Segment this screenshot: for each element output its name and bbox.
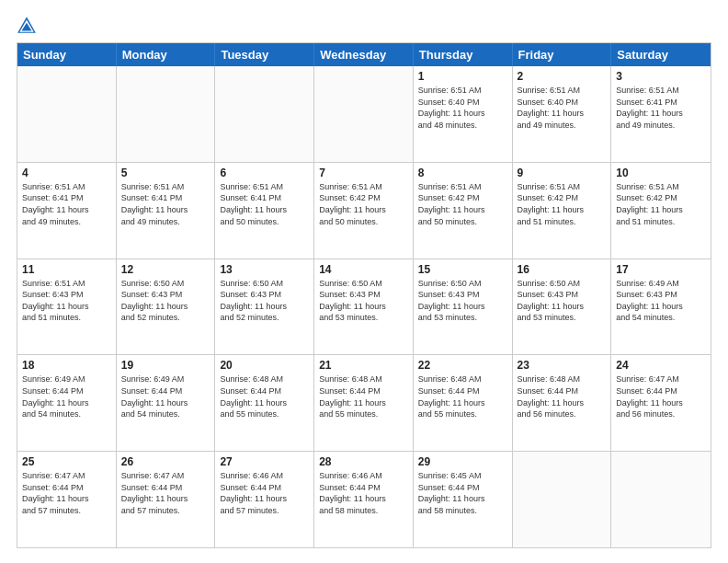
day-number: 28	[319, 455, 408, 468]
cell-info: Sunrise: 6:51 AM Sunset: 6:41 PM Dayligh…	[121, 181, 210, 227]
cell-info: Sunrise: 6:51 AM Sunset: 6:42 PM Dayligh…	[518, 181, 607, 227]
calendar-cell: 9Sunrise: 6:51 AM Sunset: 6:42 PM Daylig…	[513, 163, 612, 259]
calendar-cell: 10Sunrise: 6:51 AM Sunset: 6:42 PM Dayli…	[611, 163, 711, 259]
day-number: 13	[220, 263, 309, 276]
day-number: 20	[220, 359, 309, 372]
day-number: 9	[518, 167, 607, 179]
calendar-cell	[314, 66, 414, 162]
cell-info: Sunrise: 6:51 AM Sunset: 6:42 PM Dayligh…	[418, 181, 507, 227]
day-number: 2	[518, 70, 607, 83]
cell-info: Sunrise: 6:50 AM Sunset: 6:43 PM Dayligh…	[121, 278, 210, 324]
cell-info: Sunrise: 6:49 AM Sunset: 6:44 PM Dayligh…	[22, 373, 111, 419]
day-number: 29	[418, 455, 507, 468]
calendar-cell: 28Sunrise: 6:46 AM Sunset: 6:44 PM Dayli…	[314, 452, 414, 547]
calendar-cell: 15Sunrise: 6:50 AM Sunset: 6:43 PM Dayli…	[414, 259, 513, 355]
calendar-row: 25Sunrise: 6:47 AM Sunset: 6:44 PM Dayli…	[17, 452, 711, 547]
calendar-cell: 14Sunrise: 6:50 AM Sunset: 6:43 PM Dayli…	[314, 259, 414, 355]
calendar-cell: 2Sunrise: 6:51 AM Sunset: 6:40 PM Daylig…	[513, 66, 612, 162]
calendar-cell: 24Sunrise: 6:47 AM Sunset: 6:44 PM Dayli…	[611, 355, 711, 451]
calendar-header-cell: Saturday	[611, 43, 711, 66]
cell-info: Sunrise: 6:48 AM Sunset: 6:44 PM Dayligh…	[319, 373, 408, 419]
cell-info: Sunrise: 6:51 AM Sunset: 6:41 PM Dayligh…	[220, 181, 309, 227]
day-number: 25	[22, 455, 111, 468]
calendar-header-cell: Thursday	[414, 43, 513, 66]
day-number: 24	[616, 359, 706, 372]
day-number: 27	[220, 455, 309, 468]
calendar-cell: 20Sunrise: 6:48 AM Sunset: 6:44 PM Dayli…	[215, 355, 314, 451]
cell-info: Sunrise: 6:51 AM Sunset: 6:42 PM Dayligh…	[616, 181, 706, 227]
cell-info: Sunrise: 6:50 AM Sunset: 6:43 PM Dayligh…	[418, 278, 507, 324]
calendar-header-cell: Monday	[117, 43, 216, 66]
cell-info: Sunrise: 6:48 AM Sunset: 6:44 PM Dayligh…	[518, 373, 607, 419]
day-number: 6	[220, 167, 309, 179]
day-number: 7	[319, 167, 408, 179]
calendar-cell: 21Sunrise: 6:48 AM Sunset: 6:44 PM Dayli…	[314, 355, 414, 451]
day-number: 4	[22, 167, 111, 179]
day-number: 22	[418, 359, 507, 372]
day-number: 16	[518, 263, 607, 276]
cell-info: Sunrise: 6:51 AM Sunset: 6:40 PM Dayligh…	[518, 85, 607, 131]
day-number: 19	[121, 359, 210, 372]
calendar-cell: 5Sunrise: 6:51 AM Sunset: 6:41 PM Daylig…	[117, 163, 216, 259]
calendar-cell: 8Sunrise: 6:51 AM Sunset: 6:42 PM Daylig…	[414, 163, 513, 259]
page: SundayMondayTuesdayWednesdayThursdayFrid…	[0, 0, 728, 563]
day-number: 3	[616, 70, 706, 83]
calendar-header-cell: Friday	[513, 43, 612, 66]
cell-info: Sunrise: 6:47 AM Sunset: 6:44 PM Dayligh…	[121, 470, 210, 516]
day-number: 14	[319, 263, 408, 276]
calendar-cell: 29Sunrise: 6:45 AM Sunset: 6:44 PM Dayli…	[414, 452, 513, 547]
calendar-cell: 17Sunrise: 6:49 AM Sunset: 6:43 PM Dayli…	[611, 259, 711, 355]
cell-info: Sunrise: 6:46 AM Sunset: 6:44 PM Dayligh…	[319, 470, 408, 516]
calendar-cell	[513, 452, 612, 547]
header	[17, 15, 711, 35]
logo	[17, 15, 39, 35]
day-number: 10	[616, 167, 706, 179]
day-number: 17	[616, 263, 706, 276]
cell-info: Sunrise: 6:51 AM Sunset: 6:41 PM Dayligh…	[22, 181, 111, 227]
calendar-cell	[611, 452, 711, 547]
cell-info: Sunrise: 6:47 AM Sunset: 6:44 PM Dayligh…	[22, 470, 111, 516]
calendar-header-cell: Sunday	[17, 43, 117, 66]
calendar-cell: 7Sunrise: 6:51 AM Sunset: 6:42 PM Daylig…	[314, 163, 414, 259]
calendar-header-cell: Wednesday	[314, 43, 414, 66]
calendar-cell: 16Sunrise: 6:50 AM Sunset: 6:43 PM Dayli…	[513, 259, 612, 355]
calendar-body: 1Sunrise: 6:51 AM Sunset: 6:40 PM Daylig…	[17, 66, 711, 547]
day-number: 5	[121, 167, 210, 179]
cell-info: Sunrise: 6:48 AM Sunset: 6:44 PM Dayligh…	[220, 373, 309, 419]
day-number: 26	[121, 455, 210, 468]
calendar-row: 18Sunrise: 6:49 AM Sunset: 6:44 PM Dayli…	[17, 355, 711, 452]
day-number: 21	[319, 359, 408, 372]
calendar-row: 4Sunrise: 6:51 AM Sunset: 6:41 PM Daylig…	[17, 163, 711, 259]
calendar-cell: 3Sunrise: 6:51 AM Sunset: 6:41 PM Daylig…	[611, 66, 711, 162]
logo-icon	[17, 15, 37, 35]
cell-info: Sunrise: 6:51 AM Sunset: 6:41 PM Dayligh…	[616, 85, 706, 131]
calendar-cell: 27Sunrise: 6:46 AM Sunset: 6:44 PM Dayli…	[215, 452, 314, 547]
day-number: 12	[121, 263, 210, 276]
calendar-header-cell: Tuesday	[215, 43, 314, 66]
calendar-cell: 1Sunrise: 6:51 AM Sunset: 6:40 PM Daylig…	[414, 66, 513, 162]
calendar-cell	[215, 66, 314, 162]
day-number: 11	[22, 263, 111, 276]
calendar-cell: 22Sunrise: 6:48 AM Sunset: 6:44 PM Dayli…	[414, 355, 513, 451]
cell-info: Sunrise: 6:47 AM Sunset: 6:44 PM Dayligh…	[616, 373, 706, 419]
calendar-cell: 19Sunrise: 6:49 AM Sunset: 6:44 PM Dayli…	[117, 355, 216, 451]
calendar-row: 1Sunrise: 6:51 AM Sunset: 6:40 PM Daylig…	[17, 66, 711, 163]
calendar-cell: 26Sunrise: 6:47 AM Sunset: 6:44 PM Dayli…	[117, 452, 216, 547]
cell-info: Sunrise: 6:50 AM Sunset: 6:43 PM Dayligh…	[319, 278, 408, 324]
calendar-cell: 18Sunrise: 6:49 AM Sunset: 6:44 PM Dayli…	[17, 355, 117, 451]
cell-info: Sunrise: 6:51 AM Sunset: 6:42 PM Dayligh…	[319, 181, 408, 227]
cell-info: Sunrise: 6:49 AM Sunset: 6:43 PM Dayligh…	[616, 278, 706, 324]
cell-info: Sunrise: 6:51 AM Sunset: 6:43 PM Dayligh…	[22, 278, 111, 324]
calendar-cell: 13Sunrise: 6:50 AM Sunset: 6:43 PM Dayli…	[215, 259, 314, 355]
cell-info: Sunrise: 6:45 AM Sunset: 6:44 PM Dayligh…	[418, 470, 507, 516]
day-number: 1	[418, 70, 507, 83]
calendar-header: SundayMondayTuesdayWednesdayThursdayFrid…	[17, 43, 711, 66]
cell-info: Sunrise: 6:49 AM Sunset: 6:44 PM Dayligh…	[121, 373, 210, 419]
calendar-cell: 6Sunrise: 6:51 AM Sunset: 6:41 PM Daylig…	[215, 163, 314, 259]
calendar-row: 11Sunrise: 6:51 AM Sunset: 6:43 PM Dayli…	[17, 259, 711, 356]
cell-info: Sunrise: 6:48 AM Sunset: 6:44 PM Dayligh…	[418, 373, 507, 419]
cell-info: Sunrise: 6:46 AM Sunset: 6:44 PM Dayligh…	[220, 470, 309, 516]
calendar-cell: 25Sunrise: 6:47 AM Sunset: 6:44 PM Dayli…	[17, 452, 117, 547]
day-number: 18	[22, 359, 111, 372]
day-number: 8	[418, 167, 507, 179]
